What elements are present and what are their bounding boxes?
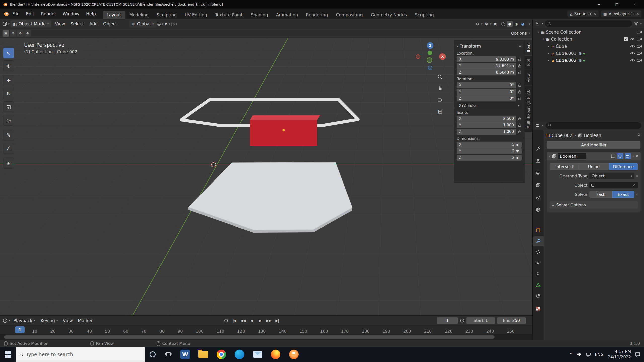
select-extend-button[interactable] bbox=[10, 30, 16, 37]
realtime-display-toggle[interactable] bbox=[617, 153, 623, 159]
taskbar-app-blender[interactable] bbox=[285, 347, 303, 362]
select-intersect-button[interactable] bbox=[24, 30, 31, 37]
timeline-menu-item[interactable]: Keying bbox=[38, 318, 60, 323]
editor-type-icon[interactable] bbox=[2, 21, 7, 26]
dock-slab-object[interactable] bbox=[188, 162, 352, 233]
menu-item[interactable]: Window bbox=[59, 9, 83, 19]
unlink-scene-icon[interactable] bbox=[593, 11, 596, 16]
location-field[interactable]: X 9.0303 m bbox=[457, 56, 516, 62]
frame-start-field[interactable]: Start1 bbox=[466, 317, 495, 324]
disable-render-camera-icon[interactable] bbox=[637, 44, 642, 48]
network-icon[interactable] bbox=[586, 352, 591, 357]
viewport-menu-item[interactable]: Add bbox=[87, 21, 100, 26]
viewport-menu-item[interactable]: Select bbox=[68, 21, 87, 26]
workspace-tab[interactable]: Scripting bbox=[411, 11, 438, 19]
tab-output[interactable] bbox=[534, 168, 543, 177]
solid-shading-icon[interactable]: ● bbox=[507, 21, 513, 27]
transform-tool[interactable] bbox=[3, 115, 14, 126]
lock-icon[interactable] bbox=[518, 117, 522, 121]
outliner-search[interactable] bbox=[545, 20, 632, 27]
workspace-tab[interactable]: Compositing bbox=[332, 11, 367, 19]
gizmo-x-negative[interactable] bbox=[416, 54, 420, 59]
outliner-row[interactable]: ▾ Collection bbox=[533, 36, 644, 43]
options-dropdown[interactable]: Options bbox=[511, 31, 530, 36]
sidebar-tab[interactable]: Tool bbox=[525, 56, 532, 70]
disclosure-icon[interactable]: ▾ bbox=[541, 37, 545, 41]
tab-particles[interactable] bbox=[534, 248, 543, 257]
workspace-tab[interactable]: Layout bbox=[103, 11, 125, 19]
lock-icon[interactable] bbox=[518, 57, 522, 61]
mode-dropdown[interactable]: Object Mode bbox=[11, 20, 51, 27]
taskbar-app-mail[interactable] bbox=[249, 347, 267, 362]
disable-render-camera-icon[interactable] bbox=[637, 59, 642, 62]
search-input[interactable] bbox=[26, 352, 141, 357]
drag-grip-icon[interactable] bbox=[519, 44, 522, 48]
select-set-button[interactable] bbox=[3, 30, 9, 37]
tab-object-data[interactable] bbox=[534, 280, 543, 289]
transport-button[interactable]: ▶▶ bbox=[266, 319, 272, 323]
hide-eye-icon[interactable] bbox=[630, 59, 635, 62]
hide-eye-icon[interactable] bbox=[630, 52, 635, 55]
move-tool[interactable] bbox=[3, 75, 14, 86]
minimize-button[interactable]: ─ bbox=[590, 0, 608, 9]
sidebar-tab[interactable]: View bbox=[525, 70, 532, 86]
gizmo-z-axis[interactable]: Z bbox=[427, 42, 433, 49]
lock-icon[interactable] bbox=[518, 70, 522, 74]
disclosure-icon[interactable]: ▾ bbox=[536, 30, 540, 34]
close-button[interactable]: × bbox=[626, 0, 644, 9]
scale-field[interactable]: Y 1.000 bbox=[457, 122, 516, 128]
tray-expand-icon[interactable]: ^ bbox=[569, 352, 573, 357]
tab-world[interactable] bbox=[534, 205, 543, 214]
pivot-point-icon[interactable] bbox=[157, 22, 161, 26]
object-picker-field[interactable] bbox=[589, 182, 638, 188]
properties-search[interactable] bbox=[546, 122, 641, 129]
lock-icon[interactable] bbox=[518, 123, 522, 127]
scale-field[interactable]: Z 1.000 bbox=[457, 129, 516, 135]
zoom-icon[interactable] bbox=[436, 73, 445, 81]
timeline-menu-item[interactable]: Playback bbox=[11, 318, 38, 323]
disable-render-camera-icon[interactable] bbox=[637, 37, 642, 41]
rotation-field[interactable]: Z 0° bbox=[457, 95, 516, 101]
new-view-layer-icon[interactable] bbox=[631, 12, 634, 15]
taskbar-app-edge[interactable] bbox=[230, 347, 249, 362]
playhead[interactable]: 1 bbox=[15, 326, 25, 333]
menu-item[interactable]: Render bbox=[37, 9, 59, 19]
workspace-tab[interactable]: Animation bbox=[272, 11, 302, 19]
lock-icon[interactable] bbox=[518, 90, 522, 94]
remove-modifier-icon[interactable]: × bbox=[635, 154, 638, 158]
scale-tool[interactable] bbox=[3, 101, 14, 112]
pin-icon[interactable] bbox=[637, 133, 641, 138]
remove-view-layer-icon[interactable] bbox=[636, 11, 639, 16]
taskbar-app-word[interactable]: W bbox=[176, 347, 194, 362]
action-center-icon[interactable] bbox=[635, 352, 640, 357]
taskbar-search-box[interactable] bbox=[16, 347, 145, 362]
tab-tool[interactable] bbox=[534, 144, 543, 153]
wireframe-shading-icon[interactable]: ◯ bbox=[500, 21, 506, 27]
material-shading-icon[interactable]: ◑ bbox=[513, 21, 519, 27]
show-overlays-icon[interactable] bbox=[485, 22, 488, 26]
animate-dot-icon[interactable] bbox=[636, 175, 638, 177]
dimension-field[interactable]: X 5 m bbox=[457, 142, 522, 148]
camera-view-icon[interactable] bbox=[436, 96, 445, 104]
orientation-dropdown[interactable]: Global bbox=[129, 20, 156, 27]
3d-viewport[interactable]: Options User Perspective (1) Collection … bbox=[0, 29, 532, 315]
modifier-extras-icon[interactable] bbox=[632, 155, 634, 158]
rotation-field[interactable]: Y 0° bbox=[457, 89, 516, 95]
solver-button[interactable]: Fast bbox=[589, 191, 612, 198]
location-field[interactable]: Z 8.5648 m bbox=[457, 69, 516, 75]
xray-toggle-icon[interactable] bbox=[493, 22, 497, 26]
render-display-toggle[interactable] bbox=[625, 153, 631, 159]
solver-button[interactable]: Exact bbox=[612, 191, 634, 198]
filter-icon[interactable] bbox=[634, 21, 638, 26]
outliner-editor-icon[interactable] bbox=[535, 21, 540, 26]
viewport-menu-item[interactable]: Object bbox=[100, 21, 120, 26]
workspace-tab[interactable]: Rendering bbox=[302, 11, 332, 19]
speaker-icon[interactable] bbox=[577, 352, 582, 357]
tab-modifiers[interactable] bbox=[533, 236, 544, 246]
workspace-tab[interactable]: Shading bbox=[247, 11, 272, 19]
workspace-tab[interactable]: Texture Paint bbox=[211, 11, 247, 19]
use-preview-range-icon[interactable] bbox=[460, 318, 464, 323]
rendered-shading-icon[interactable]: ◕ bbox=[520, 21, 526, 27]
timeline-scrollbar[interactable] bbox=[0, 334, 532, 340]
tab-constraints[interactable] bbox=[534, 269, 543, 279]
